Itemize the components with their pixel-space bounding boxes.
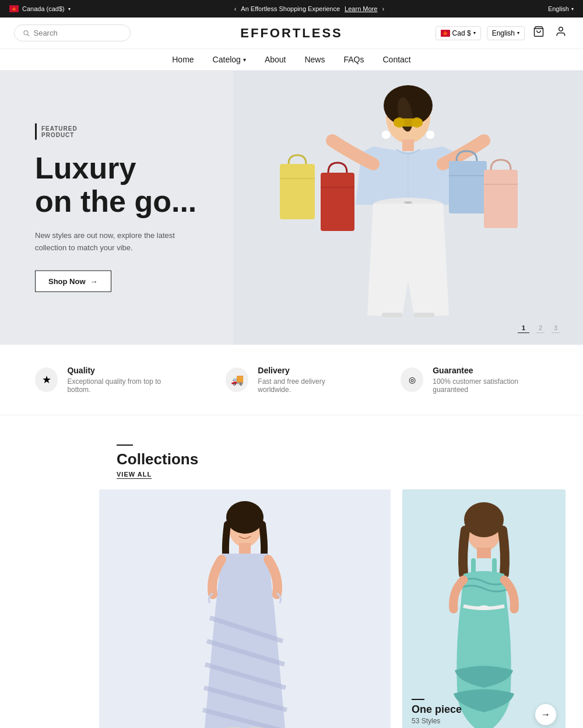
currency-selector[interactable]: 🍁 Cad $ ▾ bbox=[436, 26, 481, 40]
shop-now-button[interactable]: Shop Now → bbox=[35, 270, 111, 292]
language-chevron-icon-top: ▾ bbox=[571, 6, 574, 12]
svg-rect-17 bbox=[382, 313, 402, 317]
svg-line-1 bbox=[27, 34, 29, 36]
pagination-dot-1[interactable]: 1 bbox=[518, 324, 529, 334]
guarantee-title: Guarantee bbox=[433, 366, 548, 375]
cart-icon bbox=[533, 26, 545, 37]
feature-quality-text: Quality Exceptional quality from top to … bbox=[67, 366, 179, 394]
collections-header: Collections VIEW ALL bbox=[17, 444, 566, 478]
nav-news[interactable]: News bbox=[304, 55, 325, 64]
quality-title: Quality bbox=[67, 366, 179, 375]
svg-rect-23 bbox=[449, 161, 487, 214]
hero-pagination: 1 2 3 bbox=[518, 324, 560, 334]
search-bar[interactable] bbox=[14, 24, 131, 41]
currency-flag-icon: 🍁 bbox=[441, 30, 450, 37]
brand-logo[interactable]: EFFORTLESS bbox=[240, 26, 342, 41]
features-section: ★ Quality Exceptional quality from top t… bbox=[0, 345, 583, 415]
feature-guarantee: ◎ Guarantee 100% customer satisfaction g… bbox=[401, 366, 548, 394]
cart-button[interactable] bbox=[531, 23, 547, 43]
delivery-desc: Fast and free delivery worldwide. bbox=[258, 377, 354, 394]
collection-gown: Gown 53 Styles bbox=[17, 489, 391, 728]
pagination-dot-3[interactable]: 3 bbox=[552, 324, 560, 334]
one-piece-illustration bbox=[402, 489, 566, 728]
region-selector[interactable]: 🍁 Canada (cad$) ▾ bbox=[9, 5, 71, 12]
nav-about[interactable]: About bbox=[265, 55, 286, 64]
view-all-link[interactable]: VIEW ALL bbox=[117, 471, 566, 478]
hero-illustration bbox=[233, 71, 583, 345]
svg-point-40 bbox=[464, 502, 504, 537]
svg-rect-41 bbox=[477, 548, 491, 558]
svg-point-3 bbox=[559, 27, 563, 32]
account-icon bbox=[555, 26, 567, 37]
delivery-title: Delivery bbox=[258, 366, 354, 375]
search-input[interactable] bbox=[33, 29, 122, 37]
announcement-bar: 🍁 Canada (cad$) ▾ ‹ An Effortless Shoppi… bbox=[0, 0, 583, 18]
svg-point-9 bbox=[394, 117, 405, 128]
hero-subtitle: New styles are out now, explore the late… bbox=[35, 230, 187, 254]
guarantee-icon: ◎ bbox=[401, 368, 423, 392]
one-piece-styles: 53 Styles bbox=[412, 717, 462, 725]
next-arrow-icon[interactable]: › bbox=[382, 5, 384, 12]
header-actions: 🍁 Cad $ ▾ English ▾ bbox=[436, 23, 569, 43]
prev-arrow-icon[interactable]: ‹ bbox=[234, 5, 237, 12]
one-piece-card[interactable]: One piece 53 Styles → bbox=[402, 489, 566, 728]
hero-image bbox=[233, 71, 583, 345]
region-label: Canada (cad$) bbox=[22, 5, 65, 12]
collections-accent-line bbox=[117, 444, 133, 446]
svg-rect-18 bbox=[414, 313, 434, 317]
collections-grid: Gown 53 Styles bbox=[17, 489, 566, 728]
collection-right-column: One piece 53 Styles → bbox=[402, 489, 566, 728]
language-label-top: English bbox=[548, 5, 569, 12]
svg-point-12 bbox=[426, 130, 435, 139]
language-selector-header[interactable]: English ▾ bbox=[487, 26, 525, 40]
svg-rect-21 bbox=[321, 173, 354, 231]
feature-delivery-text: Delivery Fast and free delivery worldwid… bbox=[258, 366, 354, 394]
svg-point-10 bbox=[412, 117, 422, 128]
svg-point-29 bbox=[226, 501, 264, 534]
quality-desc: Exceptional quality from top to bottom. bbox=[67, 377, 179, 394]
nav-faqs[interactable]: FAQs bbox=[343, 55, 364, 64]
quality-icon: ★ bbox=[35, 368, 58, 392]
pagination-dot-2[interactable]: 2 bbox=[536, 324, 545, 334]
learn-more-link[interactable]: Learn More bbox=[345, 5, 377, 12]
feature-guarantee-text: Guarantee 100% customer satisfaction gua… bbox=[433, 366, 548, 394]
currency-label: Cad $ bbox=[452, 29, 471, 37]
nav-contact[interactable]: Contact bbox=[383, 55, 411, 64]
one-piece-info: One piece 53 Styles bbox=[412, 699, 462, 725]
lang-chevron-icon: ▾ bbox=[517, 30, 519, 36]
feature-quality: ★ Quality Exceptional quality from top t… bbox=[35, 366, 179, 394]
currency-chevron-icon: ▾ bbox=[473, 30, 476, 36]
main-nav: Home Catelog ▾ About News FAQs Contact bbox=[0, 49, 583, 71]
region-chevron-icon: ▾ bbox=[68, 6, 71, 12]
announcement-text: An Effortless Shopping Experience bbox=[241, 5, 340, 12]
search-icon bbox=[23, 29, 30, 37]
nav-home[interactable]: Home bbox=[172, 55, 194, 64]
svg-rect-19 bbox=[280, 164, 315, 219]
gown-card[interactable] bbox=[99, 489, 391, 728]
canada-flag-icon: 🍁 bbox=[9, 5, 19, 12]
one-piece-accent-line bbox=[412, 699, 424, 700]
hero-title: Luxury on the go... bbox=[35, 152, 196, 218]
gown-illustration bbox=[169, 489, 321, 728]
hero-section: FEATURED PRODUCT Luxury on the go... New… bbox=[0, 71, 583, 345]
catelog-chevron-icon: ▾ bbox=[243, 57, 246, 63]
one-piece-arrow-button[interactable]: → bbox=[535, 704, 556, 725]
language-selector-top[interactable]: English ▾ bbox=[548, 5, 574, 12]
collections-section: Collections VIEW ALL bbox=[0, 415, 583, 728]
svg-point-11 bbox=[381, 130, 391, 139]
guarantee-desc: 100% customer satisfaction guaranteed bbox=[433, 377, 548, 394]
language-label-header: English bbox=[492, 29, 515, 37]
collections-title: Collections bbox=[117, 450, 566, 468]
feature-delivery: 🚚 Delivery Fast and free delivery worldw… bbox=[226, 366, 354, 394]
nav-catelog[interactable]: Catelog ▾ bbox=[213, 55, 246, 64]
announcement-center: ‹ An Effortless Shopping Experience Lear… bbox=[234, 5, 384, 12]
account-button[interactable] bbox=[553, 23, 569, 43]
delivery-icon: 🚚 bbox=[226, 368, 248, 392]
svg-rect-25 bbox=[484, 170, 518, 228]
site-header: EFFORTLESS 🍁 Cad $ ▾ English ▾ bbox=[0, 18, 583, 49]
hero-content: FEATURED PRODUCT Luxury on the go... New… bbox=[35, 124, 196, 292]
featured-label: FEATURED PRODUCT bbox=[35, 124, 196, 140]
svg-rect-30 bbox=[239, 543, 251, 554]
one-piece-name: One piece bbox=[412, 704, 462, 716]
svg-rect-13 bbox=[402, 139, 414, 151]
